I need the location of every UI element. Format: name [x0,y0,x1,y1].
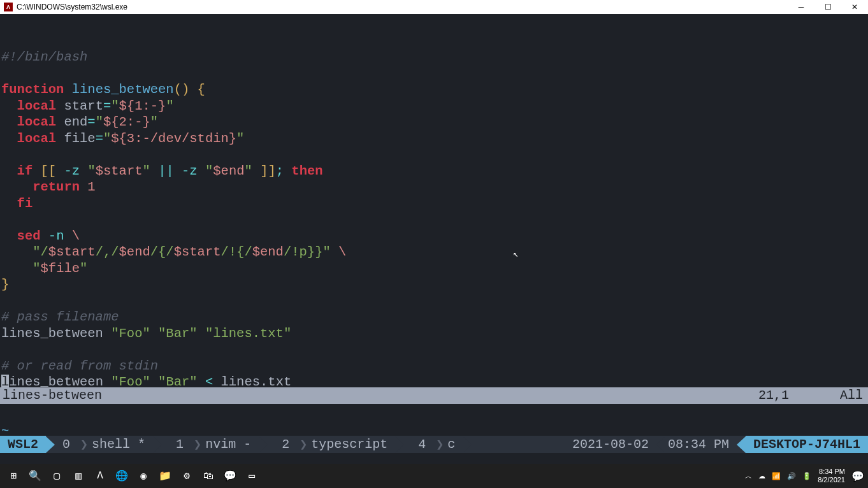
tray-chevron-icon[interactable]: ︿ [745,471,752,481]
tray-onedrive-icon[interactable]: ☁ [758,472,765,480]
code-line [1,212,867,228]
tmux-window-number[interactable]: 1 [168,436,191,453]
tmux-date: 2021-08-02 [565,436,656,453]
discord-icon[interactable]: 💬 [221,466,240,485]
tray-notifications-icon[interactable]: 💬 [851,470,864,482]
code-line: } [1,276,867,293]
maximize-button[interactable]: ☐ [814,0,841,14]
settings-icon[interactable]: ⚙ [177,466,196,485]
minimize-button[interactable]: ─ [788,0,814,14]
tray-clock[interactable]: 8:34 PM 8/2/2021 [818,468,845,484]
window-titlebar: Λ C:\WINDOWS\system32\wsl.exe ─ ☐ ✕ [0,0,868,14]
tmux-hostname: DESKTOP-J74HL1 [746,436,868,453]
code-line: local end="${2:-}" [1,114,867,131]
tmux-window-name[interactable]: nvim - [204,436,259,453]
explorer-icon[interactable]: 📁 [156,466,175,485]
steam-icon[interactable]: ◉ [134,466,153,485]
code-content: #!/bin/bash function lines_between() { l… [1,49,867,391]
cmd-icon[interactable]: ▭ [242,466,261,485]
terminal-icon[interactable]: Λ [90,466,110,485]
tmux-session-name[interactable]: WSL2 [0,436,46,453]
code-line [1,341,867,358]
taskview-icon[interactable]: ▢ [47,466,66,485]
tmux-window-name[interactable]: c [446,436,463,453]
start-icon[interactable]: ⊞ [4,466,23,485]
editor-viewport[interactable]: #!/bin/bash function lines_between() { l… [0,14,868,420]
edge-icon[interactable]: 🌐 [112,466,131,485]
vim-cursor-position: 21,1 [758,387,789,404]
tmux-window-number[interactable]: 4 [410,436,433,453]
code-line: return 1 [1,179,867,196]
code-line: # or read from stdin [1,358,867,375]
tmux-window-number[interactable]: 2 [274,436,297,453]
code-line [1,293,867,310]
windows-taskbar: ⊞🔍▢▥Λ🌐◉📁⚙🛍💬▭ ︿ ☁ 📶 🔊 🔋 8:34 PM 8/2/2021 … [0,464,868,488]
code-line: # pass filename [1,309,867,326]
tray-wifi-icon[interactable]: 📶 [772,472,781,480]
code-line: if [[ -z "$start" || -z "$end" ]]; then [1,163,867,180]
widgets-icon[interactable]: ▥ [69,466,88,485]
tmux-window-number[interactable]: 0 [55,436,78,453]
code-line: function lines_between() { [1,82,867,98]
code-line: fi [1,196,867,212]
store-icon[interactable]: 🛍 [199,466,218,485]
vim-filename: lines-between [3,387,102,404]
code-line: "$file" [1,261,867,277]
code-line: local start="${1:-}" [1,98,867,115]
code-line [1,66,867,82]
close-button[interactable]: ✕ [841,0,868,14]
tray-volume-icon[interactable]: 🔊 [787,472,796,480]
code-line: lines_between "Foo" "Bar" "lines.txt" [1,326,867,342]
app-icon: Λ [4,3,13,11]
vim-status-line: lines-between 21,1 All [0,387,868,404]
tmux-window-name[interactable]: typescript [310,436,395,453]
tmux-time: 08:34 PM [665,436,737,453]
vim-view-percent: All [840,387,863,404]
tray-battery-icon[interactable]: 🔋 [802,472,811,480]
code-line: sed -n \ [1,228,867,245]
window-title: C:\WINDOWS\system32\wsl.exe [17,3,127,11]
code-line: #!/bin/bash [1,49,867,66]
tmux-window-name[interactable]: shell * [90,436,153,453]
code-line: "/$start/,/$end/{/$start/!{/$end/!p}}" \ [1,244,867,261]
tmux-status-bar: WSL2 0❯shell *1❯nvim -2❯typescript4❯c 20… [0,436,868,453]
vim-command-line[interactable] [0,404,868,420]
code-line [1,147,867,163]
code-line: local file="${3:-/dev/stdin}" [1,131,867,147]
search-icon[interactable]: 🔍 [25,466,45,485]
